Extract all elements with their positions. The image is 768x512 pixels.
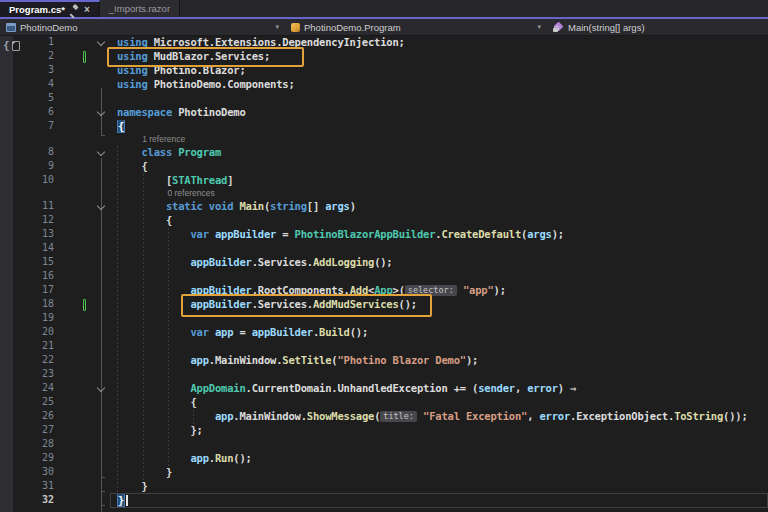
line-number: 30 xyxy=(0,466,54,480)
lock-icon xyxy=(553,28,558,32)
codelens-text[interactable]: 0 references xyxy=(117,188,768,200)
code-line: 21 xyxy=(0,340,768,354)
line-number: 18 xyxy=(0,298,54,312)
change-margin xyxy=(54,298,88,312)
change-margin xyxy=(54,78,88,92)
code-text[interactable]: using PhotinoDemo.Components; xyxy=(117,78,768,92)
text-cursor xyxy=(126,495,128,506)
fold-margin xyxy=(88,92,117,106)
project-icon xyxy=(6,23,16,32)
code-text[interactable]: { xyxy=(117,160,768,174)
change-margin xyxy=(54,368,88,382)
fold-chevron-icon[interactable] xyxy=(88,146,117,160)
fold-margin xyxy=(88,256,117,270)
code-line: 4using PhotinoDemo.Components; xyxy=(0,78,768,92)
fold-margin xyxy=(88,424,117,438)
code-line: 7{ xyxy=(0,120,768,134)
code-line: 22 app.MainWindow.SetTitle("Photino Blaz… xyxy=(0,354,768,368)
change-margin xyxy=(54,340,88,354)
line-number: 14 xyxy=(0,242,54,256)
line-number: 17 xyxy=(0,284,54,298)
code-line: 16 xyxy=(0,270,768,284)
change-margin xyxy=(54,354,88,368)
code-text[interactable]: var appBuilder = PhotinoBlazorAppBuilder… xyxy=(117,228,768,242)
line-number: 28 xyxy=(0,438,54,452)
code-text[interactable]: class Program xyxy=(117,146,768,160)
change-margin xyxy=(54,174,88,188)
tab-label: Program.cs* xyxy=(9,4,65,15)
line-number: 21 xyxy=(0,340,54,354)
code-text[interactable] xyxy=(117,242,768,256)
line-number: 9 xyxy=(0,160,54,174)
code-text[interactable] xyxy=(117,92,768,106)
code-line: 26 app.MainWindow.ShowMessage(title: "Fa… xyxy=(0,410,768,424)
close-icon[interactable]: × xyxy=(84,5,90,15)
code-text[interactable]: AppDomain.CurrentDomain.UnhandledExcepti… xyxy=(117,382,768,396)
fold-margin xyxy=(88,242,117,256)
code-text[interactable]: { xyxy=(117,120,768,134)
private-method-icon xyxy=(553,22,564,32)
code-text[interactable]: static void Main(string[] args) xyxy=(117,200,768,214)
codelens-text[interactable]: 1 reference xyxy=(117,134,768,146)
change-bar xyxy=(83,51,86,63)
fold-margin xyxy=(88,480,117,494)
change-margin xyxy=(54,200,88,214)
code-text[interactable]: { xyxy=(117,214,768,228)
project-dropdown-label: PhotinoDemo xyxy=(20,22,78,33)
codelens-row: 1 reference xyxy=(0,134,768,146)
code-text[interactable] xyxy=(117,368,768,382)
tab-program-cs[interactable]: Program.cs* × xyxy=(0,0,100,17)
code-text[interactable]: } xyxy=(117,480,768,494)
fold-margin xyxy=(88,160,117,174)
change-margin xyxy=(54,228,88,242)
line-number: 7 xyxy=(0,120,54,134)
pin-icon[interactable] xyxy=(70,5,79,14)
code-text[interactable]: var app = appBuilder.Build(); xyxy=(117,326,768,340)
fold-chevron-icon[interactable] xyxy=(88,200,117,214)
codelens-row: 0 references xyxy=(0,188,768,200)
code-line: 9 { xyxy=(0,160,768,174)
change-margin xyxy=(54,326,88,340)
code-text[interactable] xyxy=(117,340,768,354)
code-line: 12 { xyxy=(0,214,768,228)
fold-margin xyxy=(88,410,117,424)
highlight-box-addmudservices xyxy=(181,294,432,317)
change-margin xyxy=(54,146,88,160)
code-text[interactable]: app.MainWindow.SetTitle("Photino Blazor … xyxy=(117,354,768,368)
line-number: 11 xyxy=(0,200,54,214)
code-text[interactable]: }; xyxy=(117,424,768,438)
fold-chevron-icon[interactable] xyxy=(88,106,117,120)
change-margin xyxy=(54,256,88,270)
code-editor[interactable]: { 1using Microsoft.Extensions.Dependency… xyxy=(0,36,768,512)
change-margin xyxy=(54,382,88,396)
line-number: 24 xyxy=(0,382,54,396)
tab-imports-razor[interactable]: _Imports.razor xyxy=(100,0,180,17)
project-dropdown[interactable]: PhotinoDemo ▾ xyxy=(0,19,285,35)
code-text[interactable]: [STAThread] xyxy=(117,174,768,188)
navigation-bar: PhotinoDemo ▾ PhotinoDemo.Program ▾ Main… xyxy=(0,17,768,36)
code-line: 6namespace PhotinoDemo xyxy=(0,106,768,120)
line-number: 29 xyxy=(0,452,54,466)
line-number: 13 xyxy=(0,228,54,242)
code-text[interactable]: namespace PhotinoDemo xyxy=(117,106,768,120)
code-line: 10 [STAThread] xyxy=(0,174,768,188)
fold-chevron-icon[interactable] xyxy=(88,382,117,396)
code-text[interactable]: } xyxy=(117,466,768,480)
change-margin xyxy=(54,134,88,146)
class-dropdown[interactable]: PhotinoDemo.Program ▾ xyxy=(285,19,547,35)
code-text[interactable] xyxy=(117,438,768,452)
line-number: 16 xyxy=(0,270,54,284)
code-text[interactable]: } xyxy=(117,494,768,508)
line-number: 10 xyxy=(0,174,54,188)
change-margin xyxy=(54,106,88,120)
line-number: 8 xyxy=(0,146,54,160)
fold-margin xyxy=(88,396,117,410)
code-text[interactable]: appBuilder.Services.AddLogging(); xyxy=(117,256,768,270)
code-text[interactable]: app.MainWindow.ShowMessage(title: "Fatal… xyxy=(117,410,768,424)
line-number: 4 xyxy=(0,78,54,92)
code-text[interactable]: app.Run(); xyxy=(117,452,768,466)
code-text[interactable]: { xyxy=(117,396,768,410)
code-text[interactable] xyxy=(117,270,768,284)
member-dropdown[interactable]: Main(string[] args) xyxy=(547,19,768,35)
fold-margin xyxy=(88,174,117,188)
